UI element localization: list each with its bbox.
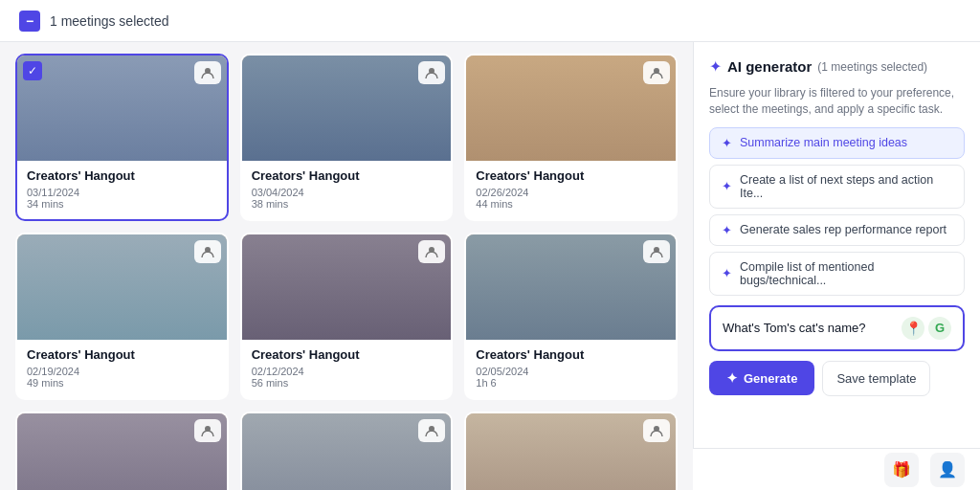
card-title: Creators' Hangout <box>27 347 217 362</box>
location-icon-button[interactable]: 📍 <box>902 317 924 340</box>
option-spark-icon: ✦ <box>722 266 732 280</box>
ai-option[interactable]: ✦ Compile list of mentioned bugs/technic… <box>709 252 965 296</box>
option-label: Generate sales rep performance report <box>740 223 947 236</box>
card-title: Creators' Hangout <box>252 168 442 183</box>
meeting-card[interactable]: Creators' Hangout 02/26/2024 44 mins <box>464 54 678 221</box>
card-info: Creators' Hangout 02/12/2024 56 mins <box>242 340 452 398</box>
avatar-icon-badge <box>643 240 670 263</box>
card-thumbnail <box>242 234 452 340</box>
option-spark-icon: ✦ <box>722 179 732 193</box>
meeting-card[interactable]: Creators' Hangout 01/08/2024 <box>464 412 678 490</box>
meeting-card[interactable]: Creators' Hangout 01/29/2024 <box>15 412 229 490</box>
card-title: Creators' Hangout <box>476 347 666 362</box>
ai-input-area[interactable]: 📍 G <box>709 305 965 351</box>
save-template-button[interactable]: Save template <box>822 361 930 396</box>
card-date: 02/05/2024 <box>476 366 666 377</box>
generate-button[interactable]: ✦ Generate <box>709 361 814 395</box>
card-date: 03/11/2024 <box>27 187 217 198</box>
user-icon-button[interactable]: 👤 <box>930 453 965 487</box>
ai-actions: ✦ Generate Save template <box>709 361 965 396</box>
ai-option[interactable]: ✦ Summarize main meeting ideas <box>709 127 965 159</box>
card-title: Creators' Hangout <box>252 347 442 362</box>
card-info: Creators' Hangout 02/26/2024 44 mins <box>466 161 676 219</box>
card-date: 02/26/2024 <box>476 187 666 198</box>
avatar-icon-badge <box>418 419 445 442</box>
card-title: Creators' Hangout <box>27 168 217 183</box>
card-thumbnail: ✓ <box>17 56 227 161</box>
ai-option[interactable]: ✦ Generate sales rep performance report <box>709 214 965 246</box>
card-duration: 49 mins <box>27 377 217 389</box>
card-duration: 1h 6 <box>476 377 666 389</box>
avatar-icon-badge <box>194 61 221 84</box>
card-thumbnail <box>242 413 452 490</box>
meeting-card[interactable]: ✓ Creators' Hangout 03/11/2024 34 mins <box>15 54 229 221</box>
avatar-icon-badge <box>643 61 670 84</box>
selection-count: 1 meetings selected <box>50 13 169 29</box>
card-info: Creators' Hangout 03/04/2024 38 mins <box>242 161 452 219</box>
avatar-icon-badge <box>643 419 670 442</box>
card-date: 02/12/2024 <box>252 366 442 377</box>
card-date: 02/19/2024 <box>27 366 217 377</box>
card-duration: 34 mins <box>27 198 217 210</box>
meeting-card[interactable]: Creators' Hangout 02/19/2024 49 mins <box>15 233 229 400</box>
meetings-grid: ✓ Creators' Hangout 03/11/2024 34 mins <box>15 54 678 490</box>
main-layout: ✓ Creators' Hangout 03/11/2024 34 mins <box>0 42 980 490</box>
ai-panel: ✦ AI generator (1 meetings selected) Ens… <box>693 42 980 490</box>
option-spark-icon: ✦ <box>722 136 732 150</box>
ai-options-list: ✦ Summarize main meeting ideas ✦ Create … <box>709 127 965 296</box>
bottom-bar: 🎁 👤 <box>693 448 980 490</box>
ai-option[interactable]: ✦ Create a list of next steps and action… <box>709 165 965 209</box>
ai-panel-header: ✦ AI generator (1 meetings selected) <box>709 57 965 76</box>
card-title: Creators' Hangout <box>476 168 666 183</box>
card-thumbnail <box>466 413 676 490</box>
ai-panel-description: Ensure your library is filtered to your … <box>709 85 965 118</box>
avatar-icon-badge <box>194 419 221 442</box>
ai-custom-input[interactable] <box>723 321 896 335</box>
card-duration: 44 mins <box>476 198 666 210</box>
meeting-card[interactable]: Creators' Hangout 03/04/2024 38 mins <box>240 54 454 221</box>
avatar-icon-badge <box>194 240 221 263</box>
card-thumbnail <box>17 413 227 490</box>
gift-icon-button[interactable]: 🎁 <box>884 453 919 487</box>
meetings-grid-area: ✓ Creators' Hangout 03/11/2024 34 mins <box>0 42 693 490</box>
card-thumbnail <box>242 56 452 161</box>
card-info: Creators' Hangout 02/19/2024 49 mins <box>17 340 227 398</box>
card-date: 03/04/2024 <box>252 187 442 198</box>
option-label: Compile list of mentioned bugs/technical… <box>740 260 952 287</box>
meeting-card[interactable]: Creators' Hangout 01/15/2024 <box>240 412 454 490</box>
meeting-card[interactable]: Creators' Hangout 02/05/2024 1h 6 <box>464 233 678 400</box>
sparkle-icon: ✦ <box>709 57 722 76</box>
meeting-card[interactable]: Creators' Hangout 02/12/2024 56 mins <box>240 233 454 400</box>
card-info: Creators' Hangout 02/05/2024 1h 6 <box>466 340 676 398</box>
option-spark-icon: ✦ <box>722 223 732 237</box>
input-icons: 📍 G <box>902 317 951 340</box>
card-thumbnail <box>466 234 676 340</box>
ai-panel-title: AI generator <box>727 58 812 75</box>
header: − 1 meetings selected <box>0 0 980 42</box>
avatar-icon-badge <box>418 240 445 263</box>
card-duration: 38 mins <box>252 198 442 210</box>
option-label: Summarize main meeting ideas <box>740 136 907 149</box>
ai-panel-badge: (1 meetings selected) <box>817 60 927 74</box>
card-thumbnail <box>17 234 227 340</box>
selected-checkmark: ✓ <box>23 61 42 80</box>
avatar-icon-badge <box>418 61 445 84</box>
deselect-button[interactable]: − <box>19 11 40 32</box>
card-thumbnail <box>466 56 676 161</box>
card-info: Creators' Hangout 03/11/2024 34 mins <box>17 161 227 219</box>
card-duration: 56 mins <box>252 377 442 389</box>
generate-spark-icon: ✦ <box>726 370 738 386</box>
g-icon-button[interactable]: G <box>928 317 951 340</box>
option-label: Create a list of next steps and action I… <box>740 173 952 200</box>
